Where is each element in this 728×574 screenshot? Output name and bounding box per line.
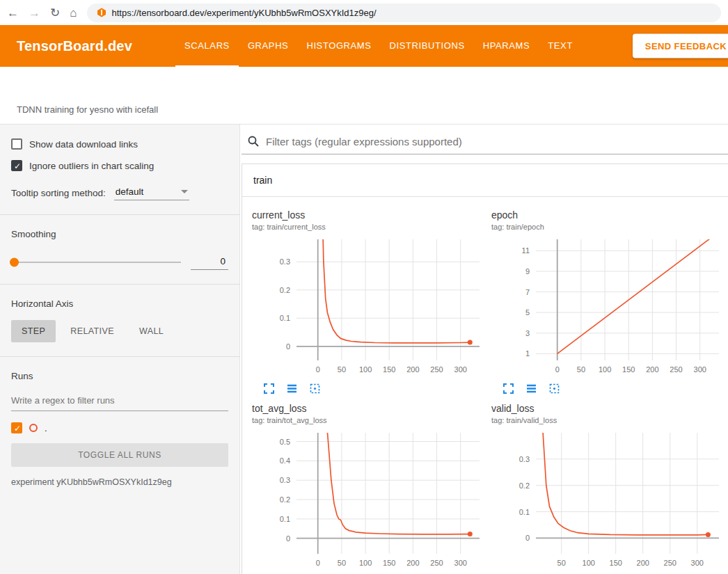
svg-text:200: 200	[406, 365, 419, 374]
run-checkbox[interactable]	[11, 422, 22, 433]
fit-domain-icon[interactable]	[309, 383, 321, 394]
svg-text:0.1: 0.1	[280, 314, 290, 322]
svg-text:11: 11	[522, 246, 530, 255]
address-bar[interactable]: https://tensorboard.dev/experiment/yKUbh…	[87, 3, 721, 22]
tab-distributions[interactable]: DISTRIBUTIONS	[381, 25, 474, 67]
line-chart[interactable]: 1357911050100150200250300	[491, 235, 728, 381]
home-icon[interactable]: ⌂	[70, 7, 77, 19]
chart-tag: tag: train/epoch	[491, 223, 728, 231]
experiment-bar: TDNN training for yesno with icefall	[0, 67, 728, 124]
smoothing-section: Smoothing 0	[0, 215, 239, 285]
tag-filter-input[interactable]	[266, 136, 728, 148]
svg-text:0.3: 0.3	[519, 455, 530, 463]
expand-chart-icon[interactable]	[263, 383, 275, 394]
refresh-icon[interactable]: ↻	[50, 7, 60, 19]
line-chart[interactable]: 00.10.20.350100150200250300	[491, 429, 728, 574]
ignore-outliers-row[interactable]: Ignore outliers in chart scaling	[11, 160, 228, 171]
main-area: train current_loss tag: train/current_lo…	[240, 125, 728, 574]
svg-text:250: 250	[430, 365, 443, 374]
smoothing-slider-thumb[interactable]	[10, 258, 19, 267]
svg-text:0: 0	[555, 365, 560, 374]
svg-text:300: 300	[454, 559, 467, 567]
fit-domain-icon[interactable]	[548, 383, 560, 394]
smoothing-value-input[interactable]: 0	[191, 255, 228, 270]
view-data-table-icon[interactable]	[286, 383, 298, 394]
svg-text:50: 50	[577, 365, 585, 374]
line-chart[interactable]: 00.10.20.3050100150200250300	[252, 235, 491, 381]
chart-toolbar	[263, 383, 491, 394]
charts-grid: current_loss tag: train/current_loss 00.…	[242, 197, 728, 574]
svg-text:0.2: 0.2	[280, 495, 290, 504]
svg-text:5: 5	[525, 308, 530, 317]
line-chart[interactable]: 00.10.20.30.40.5050100150200250300	[252, 429, 491, 574]
tab-graphs[interactable]: GRAPHS	[239, 25, 298, 67]
chevron-down-icon	[181, 190, 188, 193]
chart-tag: tag: train/valid_loss	[491, 416, 728, 424]
section-header-train[interactable]: train	[242, 164, 728, 197]
svg-text:0: 0	[316, 365, 320, 374]
run-list-item[interactable]: .	[11, 422, 228, 433]
ignore-outliers-checkbox[interactable]	[11, 160, 22, 171]
view-data-table-icon[interactable]	[525, 383, 537, 394]
svg-text:7: 7	[525, 288, 530, 296]
runs-filter-input[interactable]	[11, 390, 228, 411]
send-feedback-button[interactable]: SEND FEEDBACK	[633, 34, 728, 58]
chart-tot-avg-loss: tot_avg_loss tag: train/tot_avg_loss 00.…	[252, 403, 491, 574]
svg-text:150: 150	[383, 365, 395, 374]
tab-scalars[interactable]: SCALARS	[175, 25, 239, 67]
chart-title: epoch	[491, 209, 728, 221]
svg-text:200: 200	[637, 559, 649, 567]
axis-wall-button[interactable]: WALL	[129, 320, 174, 342]
tensorboard-favicon	[97, 8, 106, 17]
horizontal-axis-section: Horizontal Axis STEP RELATIVE WALL	[0, 285, 239, 357]
svg-text:150: 150	[383, 559, 395, 567]
svg-text:150: 150	[610, 559, 622, 567]
horizontal-axis-buttons: STEP RELATIVE WALL	[11, 320, 228, 342]
runs-label: Runs	[11, 371, 228, 381]
svg-text:300: 300	[694, 365, 706, 374]
svg-text:0.2: 0.2	[519, 481, 530, 490]
svg-text:3: 3	[525, 329, 530, 337]
show-download-links-row[interactable]: Show data download links	[11, 138, 228, 150]
svg-text:100: 100	[583, 559, 595, 567]
svg-text:50: 50	[557, 559, 566, 567]
svg-text:200: 200	[406, 559, 419, 567]
chart-title: valid_loss	[491, 403, 728, 414]
toggle-all-runs-button[interactable]: TOGGLE ALL RUNS	[11, 443, 228, 467]
chart-title: current_loss	[252, 209, 491, 221]
tab-text[interactable]: TEXT	[539, 25, 582, 67]
svg-text:100: 100	[359, 559, 372, 567]
axis-relative-button[interactable]: RELATIVE	[60, 320, 125, 342]
nav-tabs: SCALARS GRAPHS HISTOGRAMS DISTRIBUTIONS …	[175, 25, 582, 67]
svg-text:1: 1	[525, 349, 530, 358]
svg-text:50: 50	[338, 559, 346, 567]
svg-text:0: 0	[286, 534, 290, 543]
smoothing-slider[interactable]	[11, 262, 181, 263]
chart-epoch: epoch tag: train/epoch 13579110501001502…	[491, 209, 728, 394]
search-icon	[247, 135, 260, 148]
show-download-links-label: Show data download links	[29, 139, 138, 150]
svg-text:0.1: 0.1	[280, 515, 290, 523]
expand-chart-icon[interactable]	[503, 383, 514, 394]
tooltip-sorting-row: Tooltip sorting method: default	[11, 185, 228, 200]
chart-valid-loss: valid_loss tag: train/valid_loss 00.10.2…	[491, 403, 728, 574]
tab-histograms[interactable]: HISTOGRAMS	[297, 25, 380, 67]
tag-filter-row	[242, 125, 728, 154]
show-download-links-checkbox[interactable]	[11, 138, 22, 150]
ignore-outliers-label: Ignore outliers in chart scaling	[29, 161, 154, 171]
svg-text:250: 250	[430, 559, 443, 567]
back-icon[interactable]: ←	[7, 7, 19, 19]
tooltip-sorting-label: Tooltip sorting method:	[11, 188, 106, 198]
horizontal-axis-label: Horizontal Axis	[11, 298, 228, 309]
browser-toolbar: ← → ↻ ⌂ https://tensorboard.dev/experime…	[0, 0, 728, 25]
axis-step-button[interactable]: STEP	[11, 320, 56, 342]
chart-toolbar	[503, 383, 728, 394]
svg-text:0.3: 0.3	[280, 476, 290, 484]
chart-current-loss: current_loss tag: train/current_loss 00.…	[252, 209, 491, 394]
run-color-swatch	[29, 424, 38, 432]
svg-text:250: 250	[664, 559, 676, 567]
tooltip-sorting-select[interactable]: default	[114, 185, 189, 200]
forward-icon[interactable]: →	[29, 7, 40, 19]
svg-text:300: 300	[454, 365, 467, 374]
tab-hparams[interactable]: HPARAMS	[474, 25, 539, 67]
